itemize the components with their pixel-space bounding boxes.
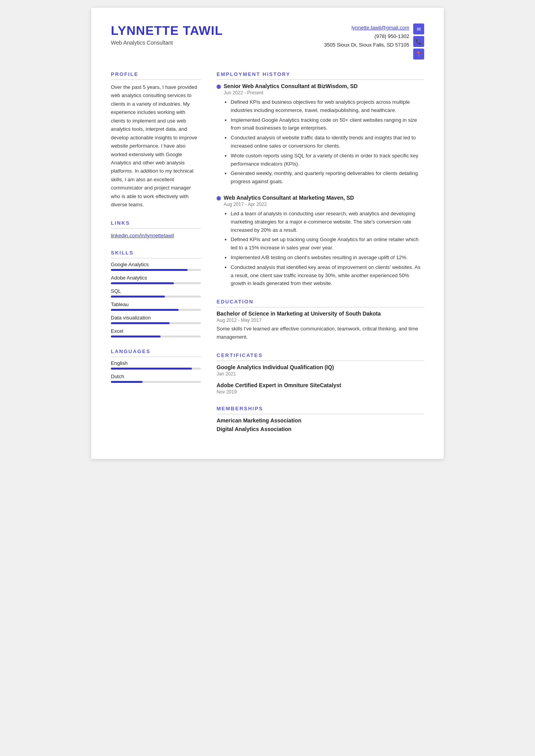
membership-item: American Marketing Association bbox=[217, 417, 424, 424]
skill-item: Data visualization bbox=[111, 315, 201, 324]
contact-icons: ✉ 📞 📍 bbox=[413, 23, 424, 60]
memberships-section: MEMBERSHIPS American Marketing Associati… bbox=[217, 406, 424, 432]
certificates-section: CERTIFICATES Google Analytics Individual… bbox=[217, 352, 424, 395]
skill-bar-bg bbox=[111, 336, 201, 337]
bullet-item: Implemented Google Analytics tracking co… bbox=[231, 116, 424, 133]
address-text: 3505 Sioux Dr, Sioux Falls, SD 57105 bbox=[324, 41, 409, 49]
jobs-list: Senior Web Analytics Consultant at BizWi… bbox=[217, 83, 424, 288]
job-dates: Jun 2022 - Present bbox=[224, 90, 424, 96]
memberships-title: MEMBERSHIPS bbox=[217, 406, 424, 414]
skill-item: Adobe Analytics bbox=[111, 275, 201, 284]
skill-name: Data visualization bbox=[111, 315, 201, 321]
job-bullets: Defined KPIs and business objectives for… bbox=[224, 98, 424, 186]
skills-section: SKILLS Google Analytics Adobe Analytics … bbox=[111, 250, 201, 337]
left-column: PROFILE Over the past 5 years, I have pr… bbox=[111, 71, 201, 443]
job-dot bbox=[217, 85, 221, 89]
cert-title: Adobe Certified Expert in Omniture SiteC… bbox=[217, 382, 424, 388]
membership-item: Digital Analytics Association bbox=[217, 426, 424, 432]
skill-name: SQL bbox=[111, 288, 201, 294]
cert-date: Nov 2019 bbox=[217, 389, 424, 395]
job-title: Senior Web Analytics Consultant at BizWi… bbox=[224, 83, 424, 89]
phone-icon[interactable]: 📞 bbox=[413, 36, 424, 47]
skill-item: SQL bbox=[111, 288, 201, 298]
skill-bar-bg bbox=[111, 322, 201, 324]
bullet-item: Generated weekly, monthly, and quarterly… bbox=[231, 170, 424, 186]
skill-name: Tableau bbox=[111, 301, 201, 307]
right-column: EMPLOYMENT HISTORY Senior Web Analytics … bbox=[217, 71, 424, 443]
skill-bar-bg bbox=[111, 309, 201, 311]
job-bullets: Led a team of analysts in conducting use… bbox=[224, 210, 424, 288]
header-left: LYNNETTE TAWIL Web Analytics Consultant bbox=[111, 23, 223, 46]
bullet-item: Wrote custom reports using SQL for a var… bbox=[231, 152, 424, 168]
memberships-list: American Marketing AssociationDigital An… bbox=[217, 417, 424, 432]
languages-title: LANGUAGES bbox=[111, 348, 201, 357]
cert-title: Google Analytics Individual Qualificatio… bbox=[217, 364, 424, 370]
job-item: Web Analytics Consultant at Marketing Ma… bbox=[217, 195, 424, 288]
links-title: LINKS bbox=[111, 220, 201, 229]
skill-bar-fill bbox=[111, 309, 179, 311]
contact-info: lynnette.tawil@gmail.com (978) 950-1302 … bbox=[324, 23, 409, 49]
skill-bar-fill bbox=[111, 296, 165, 298]
skill-bar-fill bbox=[111, 269, 188, 271]
education-item: Bachelor of Science in Marketing at Univ… bbox=[217, 310, 424, 341]
skill-item: Tableau bbox=[111, 301, 201, 311]
language-bar-fill bbox=[111, 381, 143, 383]
education-list: Bachelor of Science in Marketing at Univ… bbox=[217, 310, 424, 341]
employment-section: EMPLOYMENT HISTORY Senior Web Analytics … bbox=[217, 71, 424, 288]
skill-item: Google Analytics bbox=[111, 262, 201, 271]
skill-bar-bg bbox=[111, 296, 201, 298]
certificates-list: Google Analytics Individual Qualificatio… bbox=[217, 364, 424, 395]
body: PROFILE Over the past 5 years, I have pr… bbox=[111, 71, 424, 443]
education-title: EDUCATION bbox=[217, 299, 424, 307]
languages-section: LANGUAGES English Dutch bbox=[111, 348, 201, 383]
language-name: English bbox=[111, 360, 201, 366]
profile-title: PROFILE bbox=[111, 71, 201, 80]
email-icon[interactable]: ✉ bbox=[413, 23, 424, 34]
bullet-item: Defined KPIs and set up tracking using G… bbox=[231, 236, 424, 252]
header-right: lynnette.tawil@gmail.com (978) 950-1302 … bbox=[324, 23, 424, 60]
phone-text: (978) 950-1302 bbox=[324, 32, 409, 41]
language-name: Dutch bbox=[111, 373, 201, 379]
certificate-item: Adobe Certified Expert in Omniture SiteC… bbox=[217, 382, 424, 395]
bullet-item: Conducted analysis that identified key a… bbox=[231, 263, 424, 288]
links-section: LINKS linkedin.com/in/lynnettetawil bbox=[111, 220, 201, 239]
language-bar-bg bbox=[111, 368, 201, 370]
skill-item: Excel bbox=[111, 328, 201, 337]
location-icon[interactable]: 📍 bbox=[413, 49, 424, 60]
job-title: Web Analytics Consultant at Marketing Ma… bbox=[224, 195, 424, 201]
skill-name: Google Analytics bbox=[111, 262, 201, 267]
edu-dates: Aug 2012 - May 2017 bbox=[217, 318, 424, 323]
bullet-item: Led a team of analysts in conducting use… bbox=[231, 210, 424, 234]
skill-bar-fill bbox=[111, 282, 174, 284]
skills-list: Google Analytics Adobe Analytics SQL Tab… bbox=[111, 262, 201, 337]
skill-bar-bg bbox=[111, 282, 201, 284]
job-item: Senior Web Analytics Consultant at BizWi… bbox=[217, 83, 424, 186]
linkedin-link[interactable]: linkedin.com/in/lynnettetawil bbox=[111, 233, 174, 238]
cert-date: Jan 2021 bbox=[217, 371, 424, 377]
language-bar-bg bbox=[111, 381, 201, 383]
job-dates: Aug 2017 - Apr 2022 bbox=[224, 202, 424, 207]
candidate-title: Web Analytics Consultant bbox=[111, 40, 223, 46]
languages-list: English Dutch bbox=[111, 360, 201, 383]
skills-title: SKILLS bbox=[111, 250, 201, 258]
edu-title: Bachelor of Science in Marketing at Univ… bbox=[217, 310, 424, 317]
bullet-item: Conducted analysis of website traffic da… bbox=[231, 134, 424, 150]
job-dot bbox=[217, 196, 221, 200]
bullet-item: Defined KPIs and business objectives for… bbox=[231, 98, 424, 115]
resume-container: LYNNETTE TAWIL Web Analytics Consultant … bbox=[91, 8, 444, 459]
language-item: English bbox=[111, 360, 201, 370]
candidate-name: LYNNETTE TAWIL bbox=[111, 23, 223, 38]
profile-text: Over the past 5 years, I have provided w… bbox=[111, 83, 201, 209]
employment-title: EMPLOYMENT HISTORY bbox=[217, 71, 424, 80]
bullet-item: Implemented A/B testing on client's webs… bbox=[231, 254, 424, 262]
language-item: Dutch bbox=[111, 373, 201, 383]
email-link[interactable]: lynnette.tawil@gmail.com bbox=[351, 25, 409, 31]
header: LYNNETTE TAWIL Web Analytics Consultant … bbox=[111, 23, 424, 60]
education-section: EDUCATION Bachelor of Science in Marketi… bbox=[217, 299, 424, 341]
skill-bar-fill bbox=[111, 322, 170, 324]
language-bar-fill bbox=[111, 368, 192, 370]
skill-name: Adobe Analytics bbox=[111, 275, 201, 281]
skill-bar-fill bbox=[111, 336, 161, 337]
skill-name: Excel bbox=[111, 328, 201, 334]
skill-bar-bg bbox=[111, 269, 201, 271]
